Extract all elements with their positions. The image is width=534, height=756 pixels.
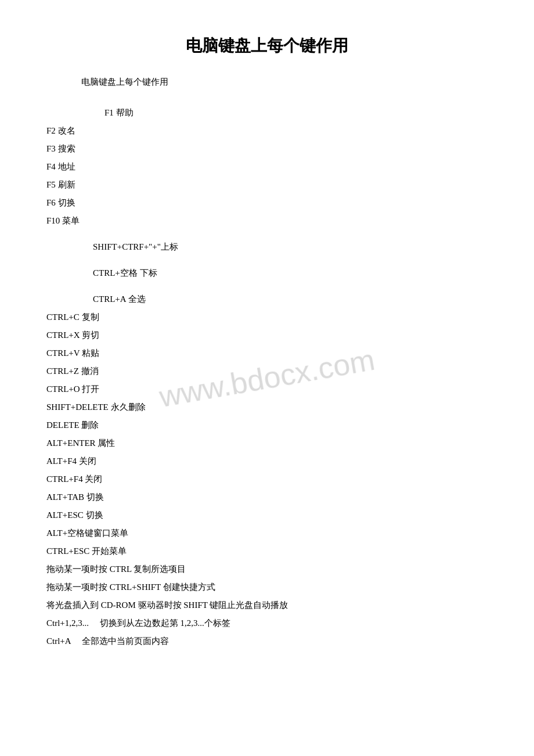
- list-item: CTRL+空格 下标: [93, 265, 488, 281]
- list-item: 拖动某一项时按 CTRL+SHIFT 创建快捷方式: [46, 579, 488, 595]
- list-item: Ctrl+A 全部选中当前页面内容: [46, 633, 488, 649]
- list-item: 拖动某一项时按 CTRL 复制所选项目: [46, 561, 488, 577]
- list-item: CTRL+ESC 开始菜单: [46, 543, 488, 559]
- list-item: F6 切换: [46, 195, 488, 211]
- list-item: CTRL+F4 关闭: [46, 471, 488, 487]
- subtitle: 电脑键盘上每个键作用: [81, 74, 488, 90]
- list-item: ALT+ENTER 属性: [46, 435, 488, 451]
- list-item: SHIFT+DELETE 永久删除: [46, 399, 488, 415]
- list-item: ALT+ESC 切换: [46, 507, 488, 523]
- page-title: 电脑键盘上每个键作用: [46, 35, 488, 57]
- content-area: 电脑键盘上每个键作用 F1 帮助 F2 改名 F3 搜索 F4 地址 F5 刷新…: [46, 74, 488, 649]
- list-item: ALT+空格键窗口菜单: [46, 525, 488, 541]
- list-item: CTRL+C 复制: [46, 309, 488, 325]
- list-item: F5 刷新: [46, 177, 488, 193]
- list-item: F4 地址: [46, 159, 488, 175]
- list-item: CTRL+X 剪切: [46, 327, 488, 343]
- list-item: F10 菜单: [46, 213, 488, 229]
- list-item: CTRL+A 全选: [93, 291, 488, 307]
- list-item: F1 帮助: [104, 105, 488, 121]
- list-item: CTRL+O 打开: [46, 381, 488, 397]
- list-item: F3 搜索: [46, 141, 488, 157]
- list-item: ALT+TAB 切换: [46, 489, 488, 505]
- list-item: DELETE 删除: [46, 417, 488, 433]
- list-item: F2 改名: [46, 123, 488, 139]
- list-item: CTRL+V 粘贴: [46, 345, 488, 361]
- list-item: CTRL+Z 撤消: [46, 363, 488, 379]
- list-item: SHIFT+CTRF+"+"上标: [93, 239, 488, 255]
- list-item: Ctrl+1,2,3... 切换到从左边数起第 1,2,3...个标签: [46, 615, 488, 631]
- list-item: ALT+F4 关闭: [46, 453, 488, 469]
- list-item: 将光盘插入到 CD-ROM 驱动器时按 SHIFT 键阻止光盘自动播放: [46, 597, 488, 613]
